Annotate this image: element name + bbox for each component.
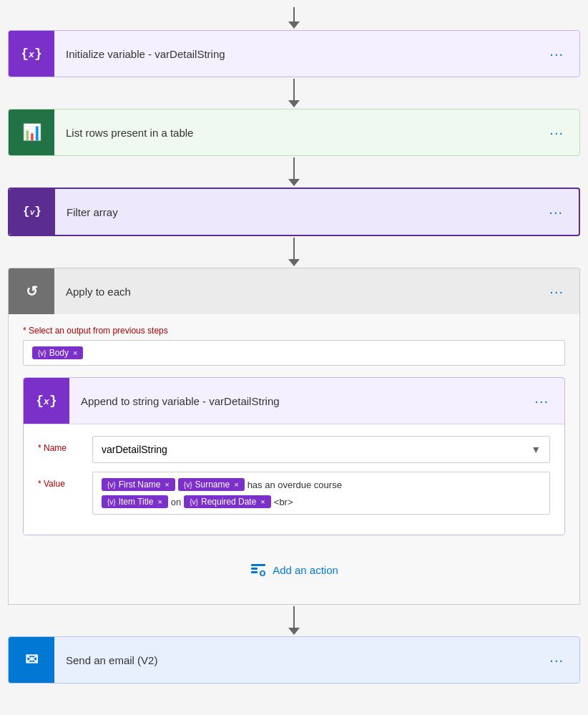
on-text: on xyxy=(171,497,181,507)
svg-rect-1 xyxy=(251,568,258,570)
list-rows-title: List rows present in a table xyxy=(54,127,545,139)
email-icon: ✉ xyxy=(25,651,38,669)
value-field-row: * Value {v} First Name × {v} S xyxy=(38,472,550,515)
has-overdue-text: has an overdue course xyxy=(248,480,342,490)
connector-2 xyxy=(280,157,308,186)
append-string-header: {x} Append to string variable - varDetai… xyxy=(24,378,564,424)
surname-tag-label: Surname xyxy=(195,480,230,490)
add-action-container[interactable]: Add an action xyxy=(23,547,565,593)
excel-icon: 📊 xyxy=(22,123,41,142)
first-name-tag-label: First Name xyxy=(119,480,161,490)
body-tag-container: {v} Body × xyxy=(23,340,565,366)
body-tag: {v} Body × xyxy=(32,346,83,359)
append-curly-icon: {x} xyxy=(36,394,57,408)
connector-1 xyxy=(280,79,308,107)
second-value-row: {v} Item Title × on {v} Required Date × xyxy=(102,495,541,508)
required-date-tag: {v} Required Date × xyxy=(184,495,271,508)
surname-tag-close[interactable]: × xyxy=(234,480,238,489)
required-date-tag-label: Required Date xyxy=(201,497,256,507)
curly-brace-icon: {x} xyxy=(21,47,41,61)
apply-to-each-section: ↺ Apply to each ··· * Select an output f… xyxy=(8,268,580,605)
append-string-title: Append to string variable - varDetailStr… xyxy=(69,395,530,407)
add-action-svg-icon xyxy=(250,561,267,578)
flow-container: {x} Initialize variable - varDetailStrin… xyxy=(0,0,588,698)
first-name-tag-icon: {v} xyxy=(107,481,116,489)
svg-rect-2 xyxy=(251,571,258,573)
apply-to-each-body: * Select an output from previous steps {… xyxy=(8,314,580,605)
send-email-more-button[interactable]: ··· xyxy=(545,649,568,671)
item-title-tag: {v} Item Title × xyxy=(102,495,168,508)
item-title-tag-label: Item Title xyxy=(119,497,154,507)
send-email-icon: ✉ xyxy=(9,637,54,683)
body-tag-label: Body xyxy=(49,348,69,358)
surname-tag-icon: {v} xyxy=(184,481,192,489)
name-input[interactable]: varDetailString ▼ xyxy=(92,436,550,463)
init-var-icon: {x} xyxy=(9,31,54,77)
br-text: <br> xyxy=(274,497,293,507)
filter-curly-icon: {v} xyxy=(23,205,41,218)
apply-to-each-icon: ↺ xyxy=(9,268,54,314)
first-name-tag-close[interactable]: × xyxy=(165,480,169,489)
append-string-body: * Name varDetailString ▼ * Value {v} xyxy=(24,424,564,535)
select-output-label: * Select an output from previous steps xyxy=(23,326,565,336)
list-rows-more-button[interactable]: ··· xyxy=(545,122,568,144)
item-title-tag-close[interactable]: × xyxy=(157,497,162,506)
append-string-icon: {x} xyxy=(24,378,69,424)
add-action-icon xyxy=(250,561,267,578)
append-string-more-button[interactable]: ··· xyxy=(530,390,553,412)
filter-array-more-button[interactable]: ··· xyxy=(544,201,567,223)
required-date-tag-icon: {v} xyxy=(190,498,198,506)
name-label: * Name xyxy=(38,436,81,453)
svg-rect-0 xyxy=(251,564,265,566)
svg-rect-5 xyxy=(261,573,265,574)
value-label: * Value xyxy=(38,472,81,489)
top-connector xyxy=(288,7,300,29)
init-var-title: Initialize variable - varDetailString xyxy=(54,48,545,60)
name-field-row: * Name varDetailString ▼ xyxy=(38,436,550,463)
append-string-card: {x} Append to string variable - varDetai… xyxy=(23,377,565,535)
filter-array-icon: {v} xyxy=(9,189,55,235)
connector-3 xyxy=(280,238,308,266)
apply-to-each-more-button[interactable]: ··· xyxy=(545,281,568,303)
name-value: varDetailString xyxy=(102,444,167,455)
filter-array-card: {v} Filter array ··· xyxy=(8,188,580,236)
send-email-title: Send an email (V2) xyxy=(54,654,545,666)
body-tag-close[interactable]: × xyxy=(73,349,77,357)
list-rows-card: 📊 List rows present in a table ··· xyxy=(8,109,580,156)
filter-array-title: Filter array xyxy=(55,206,544,218)
surname-tag: {v} Surname × xyxy=(178,478,245,491)
add-action-label: Add an action xyxy=(273,564,338,576)
apply-to-each-title: Apply to each xyxy=(54,286,545,298)
item-title-tag-icon: {v} xyxy=(107,498,116,506)
send-email-card: ✉ Send an email (V2) ··· xyxy=(8,636,580,684)
name-dropdown-arrow: ▼ xyxy=(531,444,541,455)
value-container[interactable]: {v} First Name × {v} Surname × xyxy=(92,472,550,515)
required-date-tag-close[interactable]: × xyxy=(260,497,265,506)
apply-to-each-card: ↺ Apply to each ··· xyxy=(8,268,580,314)
first-name-tag: {v} First Name × xyxy=(102,478,175,491)
init-var-more-button[interactable]: ··· xyxy=(545,43,568,65)
init-var-card: {x} Initialize variable - varDetailStrin… xyxy=(8,30,580,77)
body-tag-icon: {v} xyxy=(38,349,46,357)
list-rows-icon: 📊 xyxy=(9,110,54,155)
connector-4 xyxy=(280,606,308,635)
repeat-icon: ↺ xyxy=(26,283,38,300)
